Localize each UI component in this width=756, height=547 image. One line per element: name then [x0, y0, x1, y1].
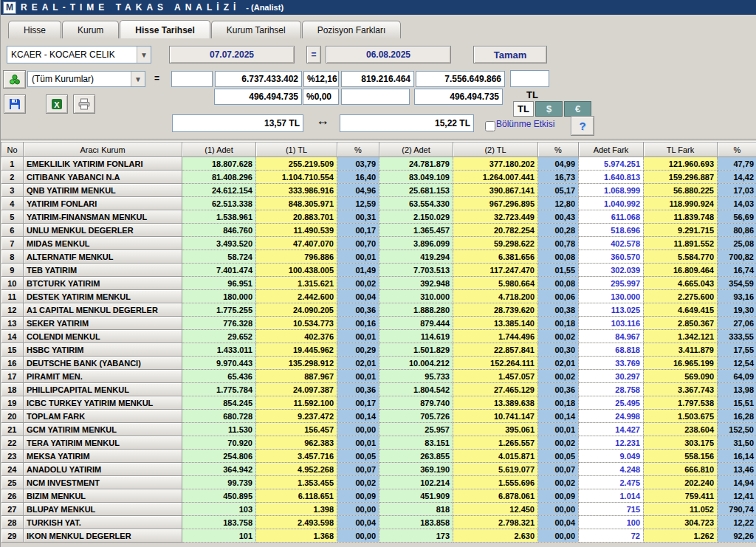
table-row[interactable]: 13SEKER YATIRIM776.32810.534.77300,16879… [1, 317, 756, 330]
table-row[interactable]: 9TEB YATIRIM7.401.474100.438.00501,497.7… [1, 264, 756, 277]
split-effect-checkbox[interactable] [485, 121, 495, 131]
pct1-cell: 00,01 [337, 330, 379, 343]
adet2-cell: 879.740 [379, 396, 453, 410]
summary-1-val3[interactable]: 7.556.649.866 [416, 71, 505, 87]
summary-1-pct[interactable]: %12,16 [303, 71, 339, 87]
table-row[interactable]: 3QNB YATIRIM MENKUL24.612.154333.986.916… [1, 184, 756, 197]
table-row[interactable]: 7MIDAS MENKUL3.493.52047.407.07000,703.8… [1, 237, 756, 250]
broker-name-cell: SEKER YATIRIM [24, 317, 182, 330]
print-button[interactable] [73, 94, 95, 114]
table-row[interactable]: 14COLENDI MENKUL29.652402.37600,01114.61… [1, 330, 756, 343]
table-row[interactable]: 15HSBC YATIRIM1.433.01119.445.96200,291.… [1, 343, 756, 357]
summary-2-val2[interactable]: 496.494.735 [414, 89, 503, 105]
price-to-field[interactable]: 15,22 TL [340, 114, 474, 132]
pct2-cell: 04,99 [538, 157, 579, 171]
column-header-7[interactable]: % [538, 142, 579, 157]
row-number-cell: 28 [1, 516, 24, 529]
column-header-6[interactable]: (2) TL [453, 142, 538, 157]
equals-button[interactable]: = [306, 46, 321, 63]
tab-hisse-tarihsel[interactable]: Hisse Tarihsel [120, 20, 210, 38]
tab-hisse[interactable]: Hisse [8, 21, 61, 38]
table-row[interactable]: 19ICBC TURKEY YATIRIM MENKUL854.24511.59… [1, 396, 756, 410]
currency-eur-button[interactable]: € [564, 101, 591, 117]
adet1-cell: 99.739 [182, 476, 256, 489]
stock-combobox[interactable]: KCAER - KOCAER CELIK ▼ [7, 46, 151, 63]
table-row[interactable]: 1EMEKLILIK YATIRIM FONLARI18.807.628255.… [1, 157, 756, 171]
pct-fark-cell: 790,74 [718, 503, 756, 516]
column-header-0[interactable]: No [1, 142, 24, 157]
currency-tl-button[interactable]: TL [513, 101, 534, 117]
pct1-cell: 04,96 [337, 184, 379, 197]
broker-name-cell: DEUTSCHE BANK (YABANCI) [24, 357, 182, 370]
table-row[interactable]: 17PIRAMIT MEN.65.436887.96700,0195.7331.… [1, 370, 756, 383]
adet2-cell: 310.000 [379, 290, 453, 303]
table-row[interactable]: 29IKON MENKUL DEGERLER1011.36800,001732.… [1, 529, 756, 543]
summary-1-val2[interactable]: 819.216.464 [341, 71, 414, 87]
table-row[interactable]: 20TOPLAM FARK680.7289.237.47200,14705.72… [1, 410, 756, 423]
column-header-10[interactable]: % [718, 142, 756, 157]
broker-combobox-value: (Tüm Kurumlar) [28, 74, 131, 84]
table-row[interactable]: 16DEUTSCHE BANK (YABANCI)9.970.443135.29… [1, 357, 756, 370]
table-row[interactable]: 22TERA YATIRIM MENKUL70.920962.38300,018… [1, 436, 756, 450]
table-row[interactable]: 28TURKISH YAT.183.7582.493.59800,04183.8… [1, 516, 756, 529]
adet2-cell: 10.004.212 [379, 357, 453, 370]
tab-kurum-tarihsel[interactable]: Kurum Tarihsel [211, 21, 301, 38]
summary-2-total[interactable]: 496.494.735 [214, 89, 302, 105]
broker-combobox[interactable]: (Tüm Kurumlar) ▼ [27, 71, 145, 87]
pct1-cell: 00,02 [337, 476, 379, 489]
date-to-button[interactable]: 06.08.2025 [326, 46, 451, 63]
broker-name-cell: ALTERNATIF MENKUL [24, 250, 182, 264]
adet2-cell: 7.703.513 [379, 264, 453, 277]
tl1-cell: 3.457.716 [256, 450, 337, 463]
tl1-cell: 2.442.600 [256, 290, 337, 303]
load-data-button[interactable] [3, 70, 26, 89]
tab-kurum[interactable]: Kurum [62, 21, 119, 38]
summary-1-input[interactable] [171, 71, 213, 87]
pct1-cell: 00,02 [337, 277, 379, 290]
column-header-3[interactable]: (1) TL [256, 142, 337, 157]
column-header-8[interactable]: Adet Fark [579, 142, 644, 157]
table-row[interactable]: 23MEKSA YATIRIM254.8063.457.71600,05263.… [1, 450, 756, 463]
broker-name-cell: UNLU MENKUL DEGERLER [24, 224, 182, 237]
date-from-button[interactable]: 07.07.2025 [169, 46, 295, 63]
tl-fark-cell: 11.891.552 [644, 237, 718, 250]
adet2-cell: 1.501.829 [379, 343, 453, 357]
adet1-cell: 1.775.255 [182, 303, 256, 317]
export-excel-button[interactable]: X [46, 94, 68, 114]
table-row[interactable]: 21GCM YATIRIM MENKUL11.530156.45700,0025… [1, 423, 756, 436]
tl2-cell: 12.450 [453, 503, 538, 516]
table-row[interactable]: 27BLUPAY MENKUL1031.39800,0081812.45000,… [1, 503, 756, 516]
table-row[interactable]: 12A1 CAPITAL MENKUL DEGERLER1.775.25524.… [1, 303, 756, 317]
table-row[interactable]: 18PHILLIPCAPITAL MENKUL1.775.78424.097.3… [1, 383, 756, 396]
broker-name-cell: BTCTURK YATIRIM [24, 277, 182, 290]
table-row[interactable]: 6UNLU MENKUL DEGERLER846.76011.490.53900… [1, 224, 756, 237]
table-row[interactable]: 26BIZIM MENKUL450.8956.118.65100,09451.9… [1, 489, 756, 503]
summary-1-total[interactable]: 6.737.433.402 [215, 71, 302, 87]
save-button[interactable] [4, 94, 26, 114]
pct-fark-cell: 354,59 [718, 277, 756, 290]
column-header-5[interactable]: (2) Adet [379, 142, 453, 157]
tab-pozisyon-farklari[interactable]: Pozisyon Farkları [302, 21, 402, 38]
column-header-9[interactable]: TL Fark [644, 142, 718, 157]
summary-2-pct[interactable]: %0,00 [303, 89, 339, 105]
column-header-1[interactable]: Aracı Kurum [24, 142, 182, 157]
adet-fark-cell: 68.818 [579, 343, 644, 357]
currency-usd-button[interactable]: $ [535, 101, 563, 117]
help-button[interactable]: ? [571, 116, 594, 136]
table-row[interactable]: 2CITIBANK YABANCI N.A81.408.2961.104.710… [1, 171, 756, 184]
tl-fark-cell: 569.090 [644, 370, 718, 383]
table-row[interactable]: 8ALTERNATIF MENKUL58.724796.88600,01419.… [1, 250, 756, 264]
table-row[interactable]: 5YATIRIM-FINANSMAN MENKUL1.538.96120.883… [1, 210, 756, 224]
table-row[interactable]: 24ANADOLU YATIRIM364.9424.952.26800,0736… [1, 463, 756, 476]
table-row[interactable]: 11DESTEK YATIRIM MENKUL180.0002.442.6000… [1, 290, 756, 303]
summary-1-extra[interactable] [510, 70, 549, 87]
summary-2-empty[interactable] [341, 89, 410, 105]
table-row[interactable]: 10BTCTURK YATIRIM96.9511.315.62100,02392… [1, 277, 756, 290]
ok-button[interactable]: Tamam [473, 46, 547, 63]
pct-fark-cell: 56,69 [718, 210, 756, 224]
table-row[interactable]: 4YATIRIM FONLARI62.513.338848.305.97112,… [1, 197, 756, 210]
column-header-2[interactable]: (1) Adet [182, 142, 256, 157]
price-from-field[interactable]: 13,57 TL [172, 114, 303, 132]
table-row[interactable]: 25NCM INVESTMENT99.7391.353.45500,02102.… [1, 476, 756, 489]
column-header-4[interactable]: % [337, 142, 379, 157]
